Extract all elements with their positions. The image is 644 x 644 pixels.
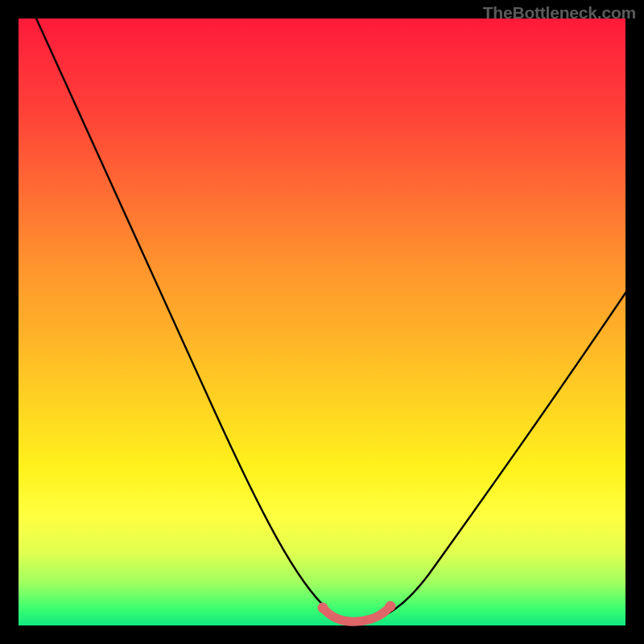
watermark-text: TheBottleneck.com [483,3,636,23]
plot-area [19,19,625,625]
chart-container: TheBottleneck.com [0,0,644,644]
highlight-dot-right [386,601,396,612]
highlight-path [323,606,390,621]
bottleneck-curve [19,19,625,625]
highlight-dot-left [318,603,328,613]
curve-path [29,2,629,621]
